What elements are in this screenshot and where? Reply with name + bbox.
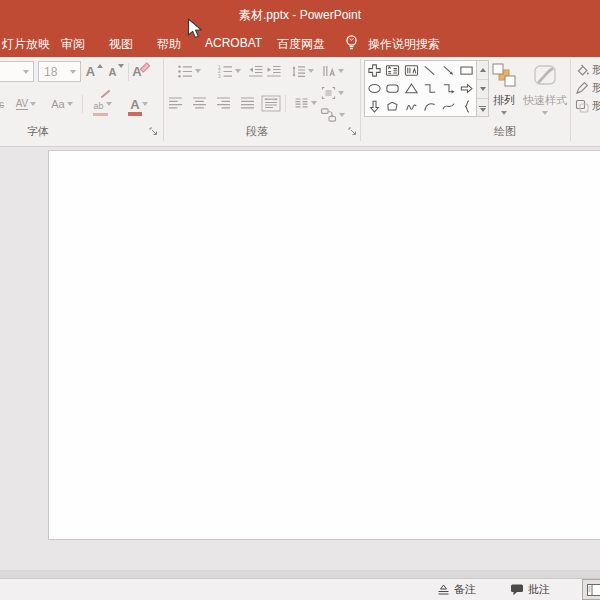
shape-outline-button[interactable]: 形状轮廓 xyxy=(575,79,600,96)
shape-scribble[interactable] xyxy=(402,98,421,116)
shape-effects-button[interactable]: 形状效果 xyxy=(575,97,600,114)
shape-arrow[interactable] xyxy=(439,61,458,79)
chevron-down-icon xyxy=(308,69,314,73)
align-right-button[interactable] xyxy=(214,92,232,114)
align-text-icon xyxy=(321,86,336,100)
notes-pane-splitter[interactable] xyxy=(0,570,600,578)
distribute-text-icon xyxy=(261,95,281,112)
shape-freeform[interactable] xyxy=(384,98,403,116)
chevron-down-icon xyxy=(70,70,76,74)
normal-view-button[interactable] xyxy=(582,579,600,600)
shrink-font-button[interactable]: A xyxy=(107,60,126,83)
shape-elbow-connector[interactable] xyxy=(421,79,440,97)
distribute-text-button[interactable] xyxy=(259,92,282,114)
shape-down-arrow[interactable] xyxy=(365,98,384,116)
shapes-gallery xyxy=(364,60,477,117)
quick-styles-button[interactable]: 快速样式 xyxy=(522,59,568,121)
font-color-bar xyxy=(128,112,142,116)
character-spacing-button[interactable]: AV xyxy=(10,92,42,116)
font-name-combo[interactable] xyxy=(0,61,34,82)
justify-button[interactable] xyxy=(238,92,256,114)
caret-up-icon xyxy=(97,64,103,68)
decrease-indent-button[interactable] xyxy=(246,60,264,82)
mouse-cursor xyxy=(187,18,202,40)
comments-button[interactable]: 批注 xyxy=(510,579,550,600)
caret-down-icon xyxy=(118,64,124,68)
columns-button[interactable] xyxy=(289,92,321,114)
highlight-color-bar xyxy=(93,113,108,116)
numbering-icon: 1 2 3 xyxy=(217,64,233,79)
line-spacing-icon xyxy=(291,64,306,79)
text-highlight-button[interactable]: ab xyxy=(86,92,119,116)
chevron-down-icon xyxy=(142,102,148,106)
more-bar-icon xyxy=(479,106,486,107)
text-direction-button[interactable] xyxy=(317,61,347,80)
increase-indent-button[interactable] xyxy=(264,60,282,82)
title-bar: 素材.pptx - PowerPoint 灯片放映 审阅 视图 帮助 ACROB… xyxy=(0,0,600,57)
tab-acrobat[interactable]: ACROBAT xyxy=(205,36,262,50)
tab-baidu-netdisk[interactable]: 百度网盘 xyxy=(277,36,325,53)
line-spacing-button[interactable] xyxy=(285,60,319,82)
shape-left-brace[interactable] xyxy=(458,98,477,116)
align-left-button[interactable] xyxy=(166,92,184,114)
align-center-icon xyxy=(192,96,207,110)
lightbulb-icon[interactable] xyxy=(344,34,359,52)
shape-elbow-arrow-connector[interactable] xyxy=(439,79,458,97)
font-dialog-launcher[interactable] xyxy=(148,126,159,137)
shape-curve[interactable] xyxy=(439,98,458,116)
notes-button[interactable]: 备注 xyxy=(437,579,476,600)
separator xyxy=(82,95,83,113)
tab-review[interactable]: 审阅 xyxy=(61,36,85,53)
decrease-indent-icon xyxy=(248,64,263,79)
chevron-down-icon xyxy=(235,69,241,73)
font-color-button[interactable]: A xyxy=(122,92,156,116)
clear-formatting-button[interactable]: A xyxy=(131,60,155,83)
shape-triangle[interactable] xyxy=(402,79,421,97)
shape-line[interactable] xyxy=(421,61,440,79)
chevron-down-icon xyxy=(23,70,29,74)
triangle-down-icon xyxy=(480,108,486,112)
chevron-down-icon xyxy=(338,69,344,73)
separator xyxy=(128,63,129,81)
chevron-down-icon xyxy=(501,111,507,115)
numbering-button[interactable]: 1 2 3 xyxy=(210,60,248,82)
status-bar: 备注 批注 xyxy=(0,578,600,600)
align-left-icon xyxy=(168,96,183,110)
separator xyxy=(285,95,286,112)
svg-text:3: 3 xyxy=(218,74,221,79)
align-text-button[interactable] xyxy=(317,83,347,102)
chevron-down-icon xyxy=(30,102,36,106)
shape-vertical-text-placeholder[interactable] xyxy=(402,61,421,79)
shape-cross[interactable] xyxy=(365,61,384,79)
shape-oval[interactable] xyxy=(365,79,384,97)
tab-slideshow[interactable]: 灯片放映 xyxy=(2,36,50,53)
arrange-button[interactable]: 排列 xyxy=(487,59,521,121)
align-right-icon xyxy=(216,96,231,110)
justify-icon xyxy=(240,96,255,110)
align-center-button[interactable] xyxy=(190,92,208,114)
slide-canvas[interactable] xyxy=(48,150,600,540)
font-size-combo[interactable]: 18 xyxy=(38,61,81,82)
chevron-down-icon xyxy=(339,113,345,117)
comment-bubble-icon xyxy=(510,583,524,596)
shape-rounded-rectangle[interactable] xyxy=(384,79,403,97)
paragraph-dialog-launcher[interactable] xyxy=(347,126,358,137)
tab-view[interactable]: 视图 xyxy=(109,36,133,53)
chevron-down-icon xyxy=(106,102,112,106)
tell-me-search[interactable]: 操作说明搜索 xyxy=(368,36,440,53)
tab-help[interactable]: 帮助 xyxy=(157,36,181,53)
bullets-button[interactable] xyxy=(170,60,208,82)
grow-font-button[interactable]: A xyxy=(85,60,104,83)
shape-rectangle[interactable] xyxy=(458,61,477,79)
chevron-down-icon xyxy=(195,69,201,73)
shape-right-arrow[interactable] xyxy=(458,79,477,97)
shape-arc[interactable] xyxy=(421,98,440,116)
chevron-down-icon xyxy=(542,111,548,115)
change-case-button[interactable]: Aa xyxy=(46,92,78,116)
pen-icon xyxy=(575,81,589,95)
shape-fill-button[interactable]: 形状填充 xyxy=(575,61,600,78)
shape-content-placeholder[interactable] xyxy=(384,61,403,79)
strikethrough-button[interactable]: abc xyxy=(0,92,6,116)
group-separator xyxy=(570,59,571,141)
shape-effects-icon xyxy=(575,99,589,113)
